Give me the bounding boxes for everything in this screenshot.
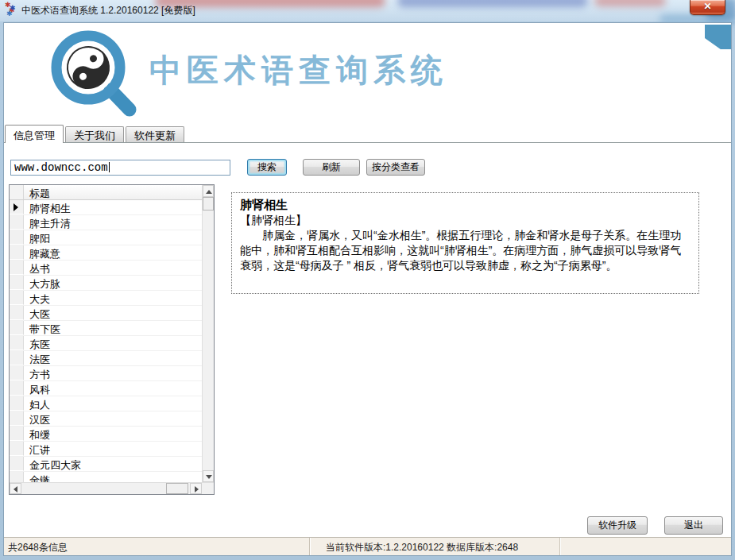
row-title: 脾藏意 bbox=[24, 245, 202, 260]
row-indicator bbox=[10, 261, 24, 275]
row-title: 脾阳 bbox=[24, 230, 202, 245]
chevron-down-icon bbox=[206, 475, 212, 479]
exit-button[interactable]: 退出 bbox=[664, 516, 723, 535]
row-indicator bbox=[10, 381, 24, 396]
row-title: 大医 bbox=[24, 306, 202, 320]
horizontal-scrollbar[interactable] bbox=[10, 483, 202, 494]
table-row[interactable]: 法医 bbox=[10, 351, 202, 366]
titlebar[interactable]: 中医术语查询系统 1.2.20160122 [免费版] bbox=[0, 0, 735, 22]
term-grid: 标题 肺肾相生 脾主升清 脾阳 bbox=[10, 185, 202, 482]
table-row[interactable]: 大方脉 bbox=[10, 276, 202, 291]
horizontal-scroll-track[interactable] bbox=[21, 483, 166, 494]
app-window: 中医术语查询系统 1.2.20160122 [免费版] 中医术语查询系统 bbox=[0, 0, 735, 560]
row-indicator bbox=[10, 215, 24, 230]
row-title: 脾主升清 bbox=[24, 215, 202, 230]
app-header: 中医术语查询系统 bbox=[4, 23, 731, 125]
scroll-left-button[interactable] bbox=[10, 483, 21, 494]
row-title: 带下医 bbox=[24, 321, 202, 335]
chevron-right-icon bbox=[195, 486, 199, 492]
table-row[interactable]: 肺肾相生 bbox=[10, 200, 202, 215]
table-row[interactable]: 风科 bbox=[10, 381, 202, 396]
app-title: 中医术语查询系统 bbox=[149, 48, 448, 92]
refresh-button[interactable]: 刷新 bbox=[303, 159, 360, 176]
text-caret-icon bbox=[109, 162, 110, 172]
list-rows: 肺肾相生 脾主升清 脾阳 脾藏意 bbox=[10, 200, 202, 482]
tab-page: www.downcc.com 搜索 刷新 按分类查看 标题 bbox=[4, 142, 731, 539]
term-detail-body: 肺属金，肾属水，又叫“金水相生”。根据五行理论，肺金和肾水是母子关系。在生理功能… bbox=[240, 228, 691, 273]
row-title: 金元四大家 bbox=[24, 457, 202, 471]
client-area: 中医术语查询系统 信息管理 关于我们 软件更新 www.downcc.com 搜… bbox=[3, 22, 732, 556]
search-input[interactable]: www.downcc.com bbox=[10, 160, 230, 176]
statusbar: 共2648条信息 当前软件版本:1.2.20160122 数据库版本:2648 bbox=[4, 537, 731, 555]
status-version-info: 当前软件版本:1.2.20160122 数据库版本:2648 bbox=[310, 538, 560, 555]
table-row[interactable]: 和缓 bbox=[10, 427, 202, 442]
view-by-category-button[interactable]: 按分类查看 bbox=[366, 159, 425, 176]
status-total-count: 共2648条信息 bbox=[4, 538, 310, 555]
chevron-up-icon bbox=[206, 190, 212, 194]
row-title: 金镞 bbox=[24, 472, 202, 482]
row-indicator bbox=[10, 306, 24, 320]
table-row[interactable]: 妇人 bbox=[10, 396, 202, 411]
tab-software-update[interactable]: 软件更新 bbox=[126, 126, 184, 142]
row-indicator bbox=[10, 472, 24, 482]
row-title: 汇讲 bbox=[24, 442, 202, 456]
scroll-down-button[interactable] bbox=[203, 470, 214, 482]
row-indicator bbox=[10, 396, 24, 411]
table-row[interactable]: 东医 bbox=[10, 336, 202, 351]
table-row[interactable]: 带下医 bbox=[10, 321, 202, 336]
corner-decoration bbox=[705, 25, 731, 49]
table-row[interactable]: 汉医 bbox=[10, 411, 202, 427]
table-row[interactable]: 方书 bbox=[10, 366, 202, 381]
horizontal-scroll-thumb[interactable] bbox=[166, 483, 188, 494]
search-button[interactable]: 搜索 bbox=[247, 159, 287, 176]
table-row[interactable]: 脾阳 bbox=[10, 230, 202, 245]
term-detail-title: 肺肾相生 bbox=[240, 197, 691, 213]
yinyang-magnifier-logo-icon bbox=[47, 28, 142, 122]
row-title: 风科 bbox=[24, 381, 202, 396]
row-indicator bbox=[10, 276, 24, 290]
table-row[interactable]: 汇讲 bbox=[10, 442, 202, 457]
tab-info-management[interactable]: 信息管理 bbox=[5, 125, 64, 143]
table-row[interactable]: 金镞 bbox=[10, 472, 202, 482]
row-title: 丛书 bbox=[24, 261, 202, 275]
vertical-scrollbar[interactable] bbox=[202, 185, 214, 482]
table-row[interactable]: 金元四大家 bbox=[10, 457, 202, 472]
row-indicator bbox=[10, 427, 24, 441]
row-title: 汉医 bbox=[24, 411, 202, 426]
row-title: 大夫 bbox=[24, 291, 202, 305]
row-title: 肺肾相生 bbox=[24, 200, 202, 214]
scrollbar-corner bbox=[202, 483, 214, 494]
list-header-title[interactable]: 标题 bbox=[24, 185, 202, 199]
list-header-indicator-cell bbox=[10, 185, 24, 199]
vertical-scroll-thumb[interactable] bbox=[203, 197, 214, 210]
status-empty-panel bbox=[560, 538, 731, 555]
term-list: 标题 肺肾相生 脾主升清 脾阳 bbox=[9, 184, 215, 495]
row-indicator bbox=[10, 366, 24, 380]
row-title: 法医 bbox=[24, 351, 202, 365]
table-row[interactable]: 脾藏意 bbox=[10, 245, 202, 261]
close-button[interactable] bbox=[690, 0, 725, 15]
row-indicator bbox=[10, 457, 24, 471]
table-row[interactable]: 大医 bbox=[10, 306, 202, 321]
row-indicator bbox=[10, 321, 24, 335]
row-indicator bbox=[10, 200, 24, 214]
row-title: 大方脉 bbox=[24, 276, 202, 290]
row-indicator bbox=[10, 291, 24, 305]
tabbar: 信息管理 关于我们 软件更新 bbox=[5, 125, 186, 142]
software-upgrade-button[interactable]: 软件升级 bbox=[587, 516, 648, 535]
scroll-up-button[interactable] bbox=[203, 185, 214, 197]
row-indicator bbox=[10, 351, 24, 365]
app-icon bbox=[5, 2, 18, 16]
table-row[interactable]: 脾主升清 bbox=[10, 215, 202, 230]
row-title: 和缓 bbox=[24, 427, 202, 441]
window-title: 中医术语查询系统 1.2.20160122 [免费版] bbox=[21, 4, 195, 17]
tab-about-us[interactable]: 关于我们 bbox=[65, 126, 124, 142]
list-header-row: 标题 bbox=[10, 185, 202, 200]
table-row[interactable]: 大夫 bbox=[10, 291, 202, 306]
row-title: 方书 bbox=[24, 366, 202, 380]
table-row[interactable]: 丛书 bbox=[10, 261, 202, 276]
search-input-value: www.downcc.com bbox=[14, 161, 108, 174]
chevron-left-icon bbox=[14, 486, 17, 492]
row-indicator bbox=[10, 336, 24, 350]
scroll-right-button[interactable] bbox=[190, 483, 202, 494]
